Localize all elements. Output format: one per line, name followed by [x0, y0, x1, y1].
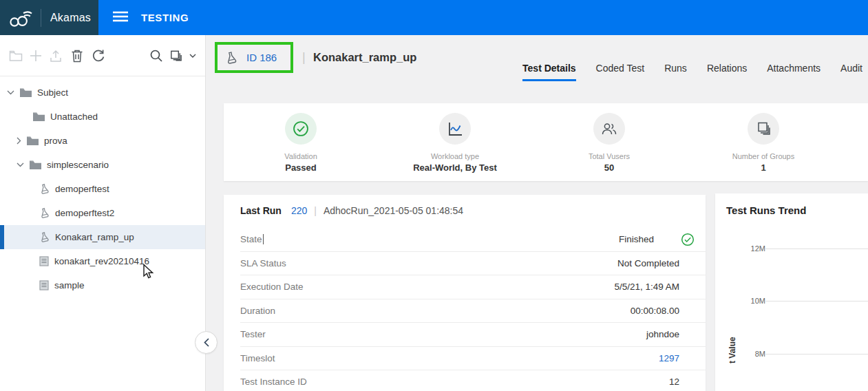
title-separator: | [302, 50, 306, 65]
detail-row-execution-date: Execution Date 5/5/21, 1:49 AM [240, 275, 706, 299]
test-id-highlight-box: ID 186 [215, 42, 293, 73]
brand-name: Akamas [50, 12, 91, 24]
detail-value: 5/5/21, 1:49 AM [614, 282, 679, 292]
script-icon [39, 256, 49, 266]
gridline [765, 354, 868, 355]
summary-validation: Validation Passed [224, 103, 378, 173]
delete-icon[interactable] [70, 48, 84, 63]
search-icon[interactable] [149, 48, 163, 63]
gridline [765, 301, 868, 302]
detail-value: Finished [619, 234, 654, 244]
detail-row-state: State Finished [240, 228, 706, 252]
gridline [765, 249, 868, 249]
tree-item-label: Konakart_ramp_up [55, 232, 134, 242]
tab-bar: Test Details Coded Test Runs Relations A… [522, 63, 862, 81]
flask-icon [39, 232, 50, 242]
micro-focus-logo-icon [8, 8, 34, 28]
summary-card: Validation Passed Workload type Real-Wor… [224, 103, 868, 181]
test-id-badge[interactable]: ID 186 [246, 52, 277, 63]
group-copies-icon [748, 113, 779, 145]
folder-icon [33, 112, 45, 121]
tree-item-subject[interactable]: Subject [0, 81, 205, 105]
summary-workload-type: Workload type Real-World, By Test [378, 103, 532, 173]
brand-block: Akamas [0, 0, 98, 35]
tree-item-label: simplescenario [47, 160, 109, 170]
summary-value: Real-World, By Test [413, 162, 497, 173]
last-run-separator: | [314, 205, 317, 216]
test-runs-trend-card: Test Runs Trend 12M 10M 8M t Value [715, 193, 868, 391]
users-icon [593, 113, 625, 145]
upload-icon[interactable] [48, 48, 63, 63]
line-chart-icon [439, 113, 471, 145]
check-circle-icon [285, 113, 317, 145]
tab-audit[interactable]: Audit [840, 63, 862, 81]
detail-row-duration: Duration 00:00:08.00 [240, 299, 706, 324]
new-folder-icon[interactable] [8, 48, 23, 63]
tree-item-label: demoperftest2 [55, 208, 114, 218]
refresh-icon[interactable] [91, 48, 105, 63]
detail-row-tester: Tester johndoe [240, 323, 706, 347]
chevron-down-icon[interactable] [189, 48, 197, 63]
tree-item-simplescenario[interactable]: simplescenario [0, 153, 205, 177]
last-run-title: Last Run [240, 205, 282, 216]
summary-label: Number of Groups [732, 152, 794, 160]
summary-number-of-groups: Number of Groups 1 [686, 103, 840, 173]
tab-relations[interactable]: Relations [707, 63, 747, 81]
detail-label: Tester [240, 329, 266, 339]
last-run-header: Last Run 220 | AdhocRun_2021-05-05 01:48… [224, 195, 706, 216]
main-content: ID 186 | Konakart_ramp_up Test Details C… [206, 35, 868, 391]
script-icon [39, 280, 49, 290]
folder-icon [27, 136, 39, 145]
tree-item-konakart-rev[interactable]: konakart_rev20210416 [0, 249, 205, 273]
check-circle-icon [681, 233, 695, 249]
tab-coded-test[interactable]: Coded Test [596, 63, 645, 81]
tree-item-label: Subject [37, 87, 68, 98]
tree-item-label: demoperftest [55, 184, 109, 194]
tab-runs[interactable]: Runs [664, 63, 687, 81]
tree-item-label: konakart_rev20210416 [54, 256, 149, 266]
sidebar: Subject Unattached prova simplescenario … [0, 35, 206, 391]
last-run-id-link[interactable]: 220 [291, 205, 307, 216]
chevron-down-icon[interactable] [7, 90, 14, 95]
chevron-down-icon[interactable] [17, 162, 24, 167]
flask-icon [39, 208, 50, 218]
tab-test-details[interactable]: Test Details [522, 63, 576, 81]
sidebar-toolbar [0, 35, 205, 76]
detail-label: SLA Status [240, 258, 286, 268]
tree-item-prova[interactable]: prova [0, 129, 205, 153]
detail-label: State [240, 234, 262, 244]
detail-label: Duration [240, 306, 275, 316]
tree-item-label: prova [44, 136, 67, 146]
summary-label: Validation [284, 152, 317, 160]
module-title: TESTING [141, 12, 189, 23]
sidebar-collapse-button[interactable] [195, 331, 218, 354]
chevron-left-icon [204, 338, 209, 347]
folder-icon [30, 160, 41, 169]
detail-row-timeslot: Timeslot 1297 [240, 347, 706, 371]
detail-row-test-instance-id: Test Instance ID 12 [240, 370, 706, 391]
tree-item-konakart-ramp-up[interactable]: Konakart_ramp_up [0, 225, 205, 249]
flask-icon [39, 184, 50, 194]
y-tick: 10M [730, 297, 765, 305]
detail-value: 12 [669, 377, 679, 387]
timeslot-link[interactable]: 1297 [659, 353, 679, 363]
brand-divider [41, 9, 41, 27]
view-copies-icon[interactable] [169, 48, 183, 63]
hamburger-menu-icon[interactable] [108, 7, 133, 29]
tree-item-demoperftest2[interactable]: demoperftest2 [0, 201, 205, 225]
summary-value: 1 [761, 162, 765, 173]
tab-attachments[interactable]: Attachments [767, 63, 821, 81]
tree-item-sample[interactable]: sample [0, 273, 205, 297]
tree-item-unattached[interactable]: Unattached [0, 105, 205, 129]
detail-label: Test Instance ID [240, 377, 307, 387]
summary-label: Workload type [431, 152, 479, 160]
text-caret [263, 234, 264, 244]
add-icon[interactable] [28, 48, 43, 63]
summary-total-vusers: Total Vusers 50 [532, 103, 686, 173]
detail-label: Timeslot [240, 353, 275, 363]
tree-item-demoperftest[interactable]: demoperftest [0, 177, 205, 201]
test-tree: Subject Unattached prova simplescenario … [0, 76, 205, 297]
top-bar: Akamas TESTING [0, 0, 868, 35]
page-title: Konakart_ramp_up [313, 51, 416, 64]
chevron-right-icon[interactable] [17, 137, 21, 145]
